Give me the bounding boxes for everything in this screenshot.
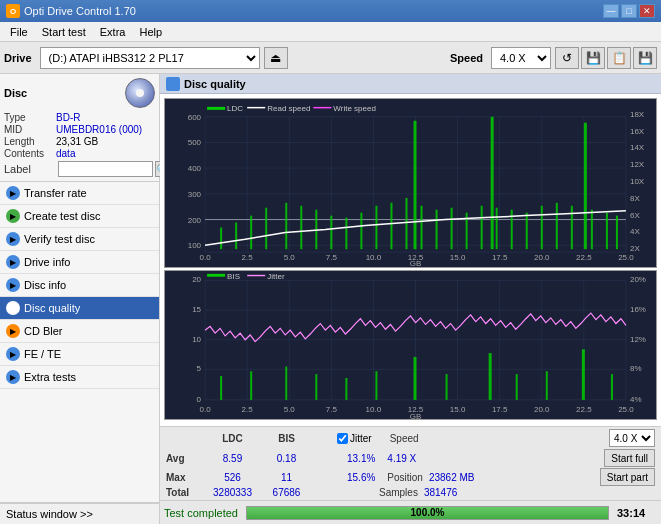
svg-text:25.0: 25.0 bbox=[618, 253, 634, 262]
svg-rect-61 bbox=[421, 206, 423, 249]
max-bis-val: 11 bbox=[264, 472, 309, 483]
svg-rect-123 bbox=[250, 371, 252, 400]
svg-text:12X: 12X bbox=[630, 160, 645, 169]
svg-rect-71 bbox=[556, 203, 558, 249]
svg-text:200: 200 bbox=[188, 216, 202, 225]
extra-tests-icon: ▶ bbox=[6, 370, 20, 384]
start-full-button[interactable]: Start full bbox=[604, 449, 655, 467]
svg-text:GB: GB bbox=[410, 259, 422, 267]
maximize-button[interactable]: □ bbox=[621, 4, 637, 18]
toolbar-btn-2[interactable]: 💾 bbox=[581, 47, 605, 69]
sidebar-item-disc-info[interactable]: ▶ Disc info bbox=[0, 274, 159, 297]
start-part-button[interactable]: Start part bbox=[600, 468, 655, 486]
svg-rect-66 bbox=[491, 117, 494, 249]
stats-speed-select[interactable]: 4.0 X bbox=[609, 429, 655, 447]
toolbar-icons: ↺ 💾 📋 💾 bbox=[555, 47, 657, 69]
minimize-button[interactable]: — bbox=[603, 4, 619, 18]
app-title: Opti Drive Control 1.70 bbox=[24, 5, 136, 17]
sidebar-item-verify-test-disc[interactable]: ▶ Verify test disc bbox=[0, 228, 159, 251]
svg-rect-132 bbox=[546, 371, 548, 400]
jitter-checkbox[interactable] bbox=[337, 433, 348, 444]
menu-bar: File Start test Extra Help bbox=[0, 22, 661, 42]
sidebar-nav: ▶ Transfer rate ▶ Create test disc ▶ Ver… bbox=[0, 182, 159, 389]
svg-text:2.5: 2.5 bbox=[242, 405, 254, 414]
position-label: Position bbox=[387, 472, 423, 483]
sidebar-item-cd-bler[interactable]: ▶ CD Bler bbox=[0, 320, 159, 343]
svg-rect-47 bbox=[220, 227, 222, 249]
charts-container: 600 500 400 300 200 100 18X 16X 14X 12X … bbox=[160, 94, 661, 426]
drive-select[interactable]: (D:) ATAPI iHBS312 2 PL17 bbox=[40, 47, 260, 69]
disc-label-key: Label bbox=[4, 163, 56, 175]
sidebar-item-create-test-disc[interactable]: ▶ Create test disc bbox=[0, 205, 159, 228]
svg-rect-57 bbox=[375, 206, 377, 249]
toolbar-btn-4[interactable]: 💾 bbox=[633, 47, 657, 69]
eject-button[interactable]: ⏏ bbox=[264, 47, 288, 69]
svg-rect-122 bbox=[220, 376, 222, 400]
svg-text:12%: 12% bbox=[630, 335, 646, 344]
status-window-label: Status window >> bbox=[6, 508, 93, 520]
svg-rect-126 bbox=[345, 378, 347, 400]
svg-text:18X: 18X bbox=[630, 110, 645, 119]
sidebar-item-drive-info[interactable]: ▶ Drive info bbox=[0, 251, 159, 274]
progress-bar: 100.0% bbox=[246, 506, 609, 520]
svg-text:20.0: 20.0 bbox=[534, 253, 550, 262]
svg-text:5.0: 5.0 bbox=[284, 253, 296, 262]
sidebar-item-extra-tests[interactable]: ▶ Extra tests bbox=[0, 366, 159, 389]
sidebar-item-transfer-rate[interactable]: ▶ Transfer rate bbox=[0, 182, 159, 205]
svg-text:20: 20 bbox=[192, 276, 202, 285]
menu-file[interactable]: File bbox=[4, 24, 34, 40]
main-area: Disc Type BD-R MID UMEBDR016 (000) Lengt… bbox=[0, 74, 661, 524]
toolbar-btn-3[interactable]: 📋 bbox=[607, 47, 631, 69]
svg-text:14X: 14X bbox=[630, 143, 645, 152]
svg-rect-67 bbox=[496, 208, 498, 250]
menu-extra[interactable]: Extra bbox=[94, 24, 132, 40]
fe-te-icon: ▶ bbox=[6, 347, 20, 361]
elapsed-time: 33:14 bbox=[617, 507, 657, 519]
disc-label-input[interactable] bbox=[58, 161, 153, 177]
svg-text:22.5: 22.5 bbox=[576, 405, 592, 414]
svg-rect-72 bbox=[571, 206, 573, 249]
max-ldc-val: 526 bbox=[205, 472, 260, 483]
svg-text:0: 0 bbox=[197, 395, 202, 404]
svg-text:10X: 10X bbox=[630, 177, 645, 186]
svg-rect-54 bbox=[330, 216, 332, 250]
sidebar-item-label-create-test-disc: Create test disc bbox=[24, 210, 100, 222]
status-window-button[interactable]: Status window >> bbox=[0, 503, 159, 524]
svg-text:10.0: 10.0 bbox=[366, 253, 382, 262]
total-row-label: Total bbox=[166, 487, 201, 498]
sidebar: Disc Type BD-R MID UMEBDR016 (000) Lengt… bbox=[0, 74, 160, 524]
disc-type-key: Type bbox=[4, 112, 56, 123]
svg-text:Read speed: Read speed bbox=[267, 104, 310, 113]
svg-rect-52 bbox=[300, 206, 302, 249]
toolbar: Drive (D:) ATAPI iHBS312 2 PL17 ⏏ Speed … bbox=[0, 42, 661, 74]
menu-start-test[interactable]: Start test bbox=[36, 24, 92, 40]
svg-rect-133 bbox=[582, 349, 585, 400]
svg-text:15.0: 15.0 bbox=[450, 405, 466, 414]
disc-panel-label: Disc bbox=[4, 87, 27, 99]
sidebar-item-fe-te[interactable]: ▶ FE / TE bbox=[0, 343, 159, 366]
svg-text:2X: 2X bbox=[630, 244, 640, 253]
svg-text:4%: 4% bbox=[630, 395, 642, 404]
speed-select[interactable]: 4.0 X bbox=[491, 47, 551, 69]
chart-header: Disc quality bbox=[160, 74, 661, 94]
svg-rect-74 bbox=[591, 210, 593, 250]
svg-text:600: 600 bbox=[188, 113, 202, 122]
svg-text:20.0: 20.0 bbox=[534, 405, 550, 414]
menu-help[interactable]: Help bbox=[133, 24, 168, 40]
svg-text:22.5: 22.5 bbox=[576, 253, 592, 262]
speed-label: Speed bbox=[450, 52, 483, 64]
sidebar-item-disc-quality[interactable]: ▶ Disc quality bbox=[0, 297, 159, 320]
svg-text:BIS: BIS bbox=[227, 272, 240, 281]
sidebar-item-label-disc-info: Disc info bbox=[24, 279, 66, 291]
verify-test-disc-icon: ▶ bbox=[6, 232, 20, 246]
position-val: 23862 MB bbox=[429, 472, 475, 483]
svg-rect-65 bbox=[481, 206, 483, 249]
toolbar-btn-1[interactable]: ↺ bbox=[555, 47, 579, 69]
svg-rect-63 bbox=[451, 208, 453, 250]
close-button[interactable]: ✕ bbox=[639, 4, 655, 18]
top-chart-svg: 600 500 400 300 200 100 18X 16X 14X 12X … bbox=[165, 99, 656, 267]
svg-text:15: 15 bbox=[192, 305, 202, 314]
max-row-label: Max bbox=[166, 472, 201, 483]
svg-rect-48 bbox=[235, 223, 237, 250]
app-icon: O bbox=[6, 4, 20, 18]
